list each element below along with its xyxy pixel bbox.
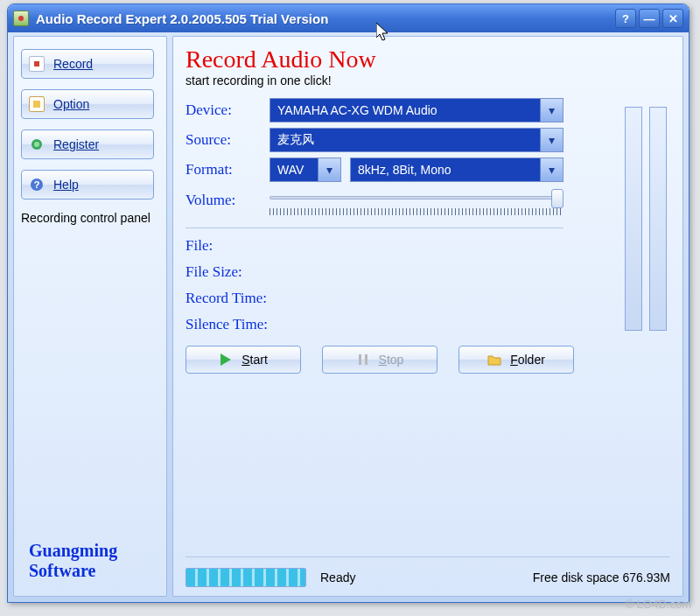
window-title: Audio Record Expert 2.0.2005.505 Trial V… [36, 11, 612, 26]
silencetime-label: Silence Time: [186, 316, 670, 333]
slider-ticks [270, 208, 564, 215]
svg-rect-2 [33, 101, 40, 108]
register-label: Register [53, 137, 99, 151]
chevron-down-icon: ▾ [318, 158, 340, 181]
record-icon [29, 56, 45, 72]
app-window: Audio Record Expert 2.0.2005.505 Trial V… [7, 4, 690, 603]
brand-text: Guangming Software [29, 541, 117, 581]
svg-rect-1 [34, 61, 39, 66]
page-heading: Record Audio Now [186, 46, 670, 74]
device-label: Device: [186, 102, 270, 119]
level-meters [625, 107, 667, 331]
source-value: 麦克风 [270, 132, 540, 148]
record-label: Record [53, 57, 93, 71]
source-label: Source: [186, 131, 270, 149]
register-button[interactable]: Register [21, 130, 154, 159]
option-button[interactable]: Option [21, 89, 154, 119]
minimize-button[interactable]: — [639, 9, 660, 28]
chevron-down-icon: ▾ [540, 99, 563, 122]
file-label: File: [186, 237, 670, 255]
svg-point-4 [34, 142, 39, 147]
source-dropdown[interactable]: 麦克风 ▾ [270, 128, 564, 152]
svg-point-0 [18, 16, 24, 21]
sidebar-caption: Recording control panel [21, 210, 159, 226]
level-meter-left [625, 107, 642, 331]
status-bar: Ready Free disk space 676.93M [186, 556, 670, 587]
status-text: Ready [320, 570, 355, 584]
device-dropdown[interactable]: YAMAHA AC-XG WDM Audio ▾ [270, 98, 564, 122]
progress-bar [186, 568, 306, 587]
help-label: Help [53, 178, 79, 192]
chevron-down-icon: ▾ [540, 129, 563, 151]
format-codec-dropdown[interactable]: WAV ▾ [270, 158, 341, 182]
svg-rect-9 [365, 354, 368, 365]
svg-rect-8 [359, 354, 361, 365]
register-icon [29, 136, 45, 152]
play-icon [219, 353, 233, 367]
format-label: Format: [186, 161, 270, 178]
app-icon [13, 10, 29, 26]
minimize-help-button[interactable]: ? [615, 9, 636, 28]
option-label: Option [53, 97, 89, 111]
slider-track [270, 196, 564, 200]
level-meter-right [649, 107, 667, 331]
start-button[interactable]: Start [186, 346, 301, 374]
volume-slider[interactable] [270, 187, 564, 214]
option-icon [29, 96, 45, 112]
pause-icon [356, 353, 370, 367]
titlebar[interactable]: Audio Record Expert 2.0.2005.505 Trial V… [8, 4, 689, 32]
main-panel: Record Audio Now start recording in one … [172, 36, 683, 597]
format-codec-value: WAV [270, 163, 318, 177]
folder-icon [487, 353, 501, 367]
svg-marker-7 [220, 354, 231, 366]
volume-label: Volume: [186, 192, 270, 209]
slider-thumb[interactable] [551, 189, 564, 208]
folder-button[interactable]: Folder [458, 346, 574, 374]
stop-button[interactable]: Stop [322, 346, 438, 374]
cursor-icon [376, 23, 392, 46]
recordtime-label: Record Time: [186, 290, 670, 307]
watermark: © LO4D.com [626, 598, 691, 611]
help-icon: ? [29, 177, 45, 192]
device-value: YAMAHA AC-XG WDM Audio [270, 103, 540, 117]
format-detail-value: 8kHz, 8Bit, Mono [351, 163, 540, 177]
format-detail-dropdown[interactable]: 8kHz, 8Bit, Mono ▾ [350, 158, 564, 182]
filesize-label: File Size: [186, 263, 670, 281]
free-space-text: Free disk space 676.93M [533, 570, 670, 584]
record-button[interactable]: Record [21, 49, 154, 79]
svg-text:?: ? [34, 179, 40, 190]
close-button[interactable]: ✕ [662, 9, 683, 28]
chevron-down-icon: ▾ [540, 158, 563, 181]
divider [186, 228, 564, 228]
page-subheading: start recording in one click! [186, 74, 670, 88]
sidebar: Record Option Register ? Help Recor [13, 36, 167, 597]
help-button[interactable]: ? Help [21, 170, 154, 200]
